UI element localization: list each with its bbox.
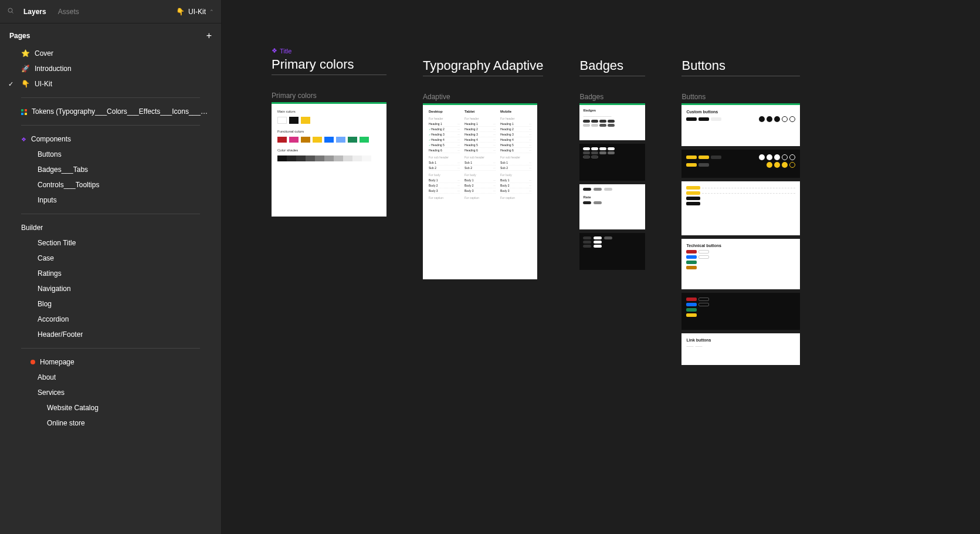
typography-column-header: Desktop (429, 110, 460, 113)
mini-button (686, 313, 697, 317)
badge (608, 120, 615, 123)
page-label: Website Catalog (47, 404, 99, 412)
frame-button-variants-light[interactable] (681, 181, 800, 235)
page-item[interactable]: Online store (0, 415, 221, 431)
typography-column-header: Tablet (464, 110, 496, 113)
frame-primary-colors[interactable]: Main colors Functional colors Color shad… (272, 102, 386, 217)
rate-pill (604, 188, 612, 191)
page-item[interactable]: Tokens (Typography___Colors___Effects___… (0, 104, 221, 119)
circle-button (759, 116, 765, 122)
rate-pill (594, 245, 602, 248)
badge (591, 120, 598, 123)
add-page-icon[interactable]: + (206, 31, 212, 41)
frame-technical-buttons-dark[interactable] (681, 293, 800, 330)
typography-line: Body 2— (464, 183, 496, 188)
section-title-buttons[interactable]: Buttons (681, 58, 800, 76)
page-item[interactable]: Blog (0, 296, 221, 312)
frame-badges-light[interactable]: Badges ———————————— (579, 103, 645, 140)
section-title-badges[interactable]: Badges (579, 58, 645, 76)
layers-panel: Layers Assets 👇 UI-Kit ⌃ Pages + ⭐Cover🚀… (0, 0, 222, 534)
page-item[interactable]: Builder (0, 220, 221, 235)
group-badges: Badges Badges Badges ———————————— (579, 47, 645, 270)
token-icon (21, 109, 27, 114)
typography-block-label: For body (429, 173, 460, 177)
rate-pill (583, 245, 591, 248)
typography-line: Heading 2— (464, 127, 496, 132)
page-item[interactable]: Homepage (0, 354, 221, 370)
badge (583, 120, 590, 123)
page-item[interactable]: ⭐Cover (0, 46, 221, 61)
shade-row (277, 156, 381, 161)
badge (608, 147, 615, 150)
page-item[interactable]: Ratings (0, 266, 221, 281)
frame-badges-dark[interactable] (579, 144, 645, 181)
file-indicator[interactable]: 👇 UI-Kit ⌃ (176, 8, 214, 16)
circle-button (774, 116, 780, 122)
page-emoji-icon: 🚀 (21, 65, 30, 73)
page-item[interactable]: Header/Footer (0, 327, 221, 342)
mini-button (686, 308, 697, 312)
badge (583, 124, 590, 127)
page-item[interactable]: ❖Components (0, 131, 221, 147)
title-badge-label: Title (280, 48, 291, 55)
frame-label-buttons[interactable]: Buttons (681, 93, 800, 101)
page-emoji-icon: 👇 (21, 80, 30, 88)
page-label: Header/Footer (38, 330, 83, 339)
frame-label-primary[interactable]: Primary colors (272, 92, 386, 100)
typography-block-label: For sub header (500, 156, 531, 159)
color-swatch (289, 117, 299, 124)
section-title-typography[interactable]: Typography Adaptive (423, 58, 543, 76)
tab-assets[interactable]: Assets (52, 8, 85, 16)
frame-link-buttons[interactable]: Link buttons ——— ——— (681, 333, 800, 365)
rate-heading: Rate (583, 195, 642, 199)
page-item[interactable]: Accordion (0, 312, 221, 327)
frame-rate-light[interactable]: Rate (579, 184, 645, 229)
custom-buttons-heading: Custom buttons (686, 110, 795, 114)
rate-pill (594, 236, 602, 239)
page-label: Tokens (Typography___Colors___Effects___… (32, 107, 212, 116)
canvas[interactable]: ❖ Title Primary colors Primary colors Ma… (222, 0, 980, 534)
page-item[interactable]: Website Catalog (0, 400, 221, 415)
frame-typography[interactable]: DesktopFor headerHeading 1—✓Heading 2—✓H… (423, 103, 537, 279)
rate-pill (594, 188, 602, 191)
title-component-badge[interactable]: ❖ Title (272, 47, 386, 55)
page-item[interactable]: Section Title (0, 235, 221, 251)
page-item[interactable]: ✓👇UI-Kit (0, 76, 221, 92)
page-label: About (38, 373, 56, 381)
badge (599, 147, 606, 150)
frame-label-badges[interactable]: Badges (579, 93, 645, 101)
button-row (686, 261, 795, 264)
page-item[interactable]: Controls___Tooltips (0, 177, 221, 192)
page-item[interactable]: Navigation (0, 281, 221, 296)
page-item[interactable]: 🚀Introduction (0, 61, 221, 76)
page-divider (21, 214, 200, 214)
mini-button (698, 117, 709, 121)
typography-line: Heading 4— (464, 137, 496, 143)
search-icon[interactable] (7, 7, 14, 16)
frame-technical-buttons[interactable]: Technical buttons (681, 239, 800, 289)
page-item[interactable]: Inputs (0, 192, 221, 208)
check-icon: ✓ (429, 133, 430, 136)
button-row (686, 308, 795, 312)
page-list: ⭐Cover🚀Introduction✓👇UI-KitTokens (Typog… (0, 43, 221, 534)
typography-line: Heading 5— (500, 143, 531, 148)
page-item[interactable]: About (0, 370, 221, 385)
frame-custom-buttons-light[interactable]: Custom buttons (681, 103, 800, 146)
page-item[interactable]: Badges___Tabs (0, 162, 221, 177)
color-swatch (289, 137, 299, 143)
section-title-primary[interactable]: Primary colors (272, 57, 386, 75)
typography-block-label: For header (429, 117, 460, 120)
page-item[interactable]: Buttons (0, 147, 221, 162)
frame-custom-buttons-dark[interactable] (681, 150, 800, 178)
mini-button (686, 266, 697, 269)
frame-rate-dark[interactable] (579, 233, 645, 270)
typography-block-label: For sub header (429, 156, 460, 159)
page-label: Controls___Tooltips (38, 181, 99, 189)
frame-label-typography[interactable]: Adaptive (423, 93, 543, 101)
badges-heading: Badges (583, 109, 642, 112)
circle-button (782, 162, 788, 168)
tab-layers[interactable]: Layers (18, 8, 52, 16)
typography-line: Heading 1— (429, 121, 460, 127)
page-item[interactable]: Services (0, 385, 221, 400)
page-item[interactable]: Case (0, 251, 221, 266)
